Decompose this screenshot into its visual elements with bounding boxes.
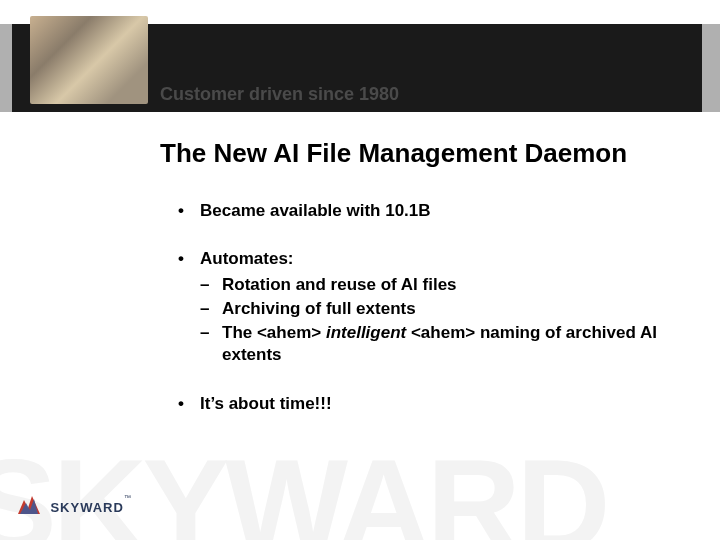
slide-title: The New AI File Management Daemon [160, 138, 627, 169]
header-photo [30, 16, 148, 104]
watermark-text: SKYWARD [0, 430, 606, 540]
bullet-2-3-em: intelligent [326, 323, 406, 342]
trademark-symbol: ™ [124, 494, 131, 501]
bullet-2-2: Archiving of full extents [200, 298, 678, 320]
bullet-2-3: The <ahem> intelligent <ahem> naming of … [200, 322, 678, 366]
logo-mark-icon [16, 494, 42, 520]
brand-logo: SKYWARD™ [16, 494, 131, 520]
bullet-2: Automates: Rotation and reuse of AI file… [178, 248, 678, 366]
bullet-2-1: Rotation and reuse of AI files [200, 274, 678, 296]
slide: Customer driven since 1980 The New AI Fi… [0, 0, 720, 540]
slide-body: Became available with 10.1B Automates: R… [178, 200, 678, 441]
bullet-3: It’s about time!!! [178, 393, 678, 415]
logo-text: SKYWARD [50, 500, 123, 515]
tagline: Customer driven since 1980 [160, 84, 399, 105]
header-accent-left [0, 24, 12, 112]
bullet-2-label: Automates: [200, 249, 294, 268]
bullet-1: Became available with 10.1B [178, 200, 678, 222]
header-accent-right [702, 24, 720, 112]
bullet-2-3-pre: The <ahem> [222, 323, 326, 342]
